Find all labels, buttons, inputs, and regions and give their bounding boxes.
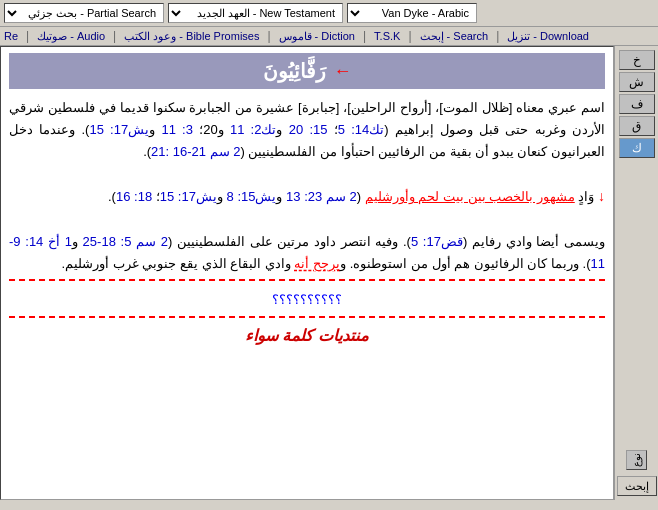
paragraph-2: ↓ وَادٍ مشهور بالخصب بين بيت لحم وأورشلي… <box>9 185 605 209</box>
nav-tsk[interactable]: T.S.K <box>374 30 400 42</box>
ref-2[interactable]: 15: 20 <box>289 122 328 137</box>
ref-7[interactable]: 2 سم 23: 13 <box>286 189 357 204</box>
paragraph-3: ويسمى أيضا وادي رفايم (قض17: 5). وفيه ان… <box>9 231 605 275</box>
ref-3[interactable]: تك2: 11 <box>230 122 277 137</box>
ref-11[interactable]: قض17: 5 <box>411 234 463 249</box>
translation-select[interactable]: Van Dyke - Arabic <box>347 3 477 23</box>
type-label: نوع <box>626 450 647 470</box>
main-wrapper: ← رَفَّائِيُونَ اسم عبري معناه [ظلال الم… <box>0 46 658 500</box>
testament-select[interactable]: New Testament - العهد الجديد <box>168 3 343 23</box>
ref-8[interactable]: يش15: 8 <box>227 189 277 204</box>
arrow-icon: ← <box>334 61 352 82</box>
dashed-divider-2 <box>9 316 605 318</box>
letter-btn-kaf[interactable]: ك <box>619 138 655 158</box>
search-bottom-btn[interactable]: إبحث <box>617 476 657 496</box>
nav-bible-promises[interactable]: Bible Promises - وعود الكتب <box>124 30 259 43</box>
body-text: اسم عبري معناه [ظلال الموت]، [أرواح الرا… <box>9 97 605 349</box>
nav-bar: Re | Audio - صوتيك | Bible Promises - وع… <box>0 27 658 46</box>
ref-10[interactable]: 18: 16 <box>116 189 152 204</box>
ref-12[interactable]: 2 سم 5: 18-25 <box>83 234 168 249</box>
ref-1[interactable]: تك14: 5 <box>338 122 385 137</box>
content-area[interactable]: ← رَفَّائِيُونَ اسم عبري معناه [ظلال الم… <box>0 46 614 500</box>
word-title: رَفَّائِيُونَ <box>263 59 326 83</box>
dashed-text-1: يرجح أنه <box>294 256 340 271</box>
right-panel: خ ش ف ق ك نوع إبحث <box>614 46 658 500</box>
toolbar: Partial Search - بحث جزئي New Testament … <box>0 0 658 27</box>
dashed-divider-1 <box>9 279 605 281</box>
letter-btn-shin[interactable]: ش <box>619 72 655 92</box>
ref-9[interactable]: يش17: 15 <box>160 189 217 204</box>
question-line: ؟؟؟؟؟؟؟؟؟؟ <box>9 289 605 311</box>
right-panel-bottom: نوع إبحث <box>617 370 657 496</box>
nav-download[interactable]: Download - تنزيل <box>507 30 589 43</box>
ref-5[interactable]: يش17: 15 <box>89 122 149 137</box>
bottom-section: ؟؟؟؟؟؟؟؟؟؟ منتديات كلمة سواء <box>9 289 605 348</box>
letter-btn-qaf[interactable]: ق <box>619 116 655 136</box>
nav-re[interactable]: Re <box>4 30 18 42</box>
paragraph-1: اسم عبري معناه [ظلال الموت]، [أرواح الرا… <box>9 97 605 163</box>
search-type-select[interactable]: Partial Search - بحث جزئي <box>4 3 164 23</box>
red-arrow-1: ↓ <box>598 188 605 204</box>
letter-btn-kha[interactable]: خ <box>619 50 655 70</box>
nav-audio[interactable]: Audio - صوتيك <box>37 30 105 43</box>
forum-link[interactable]: منتديات كلمة سواء <box>9 322 605 349</box>
ref-6[interactable]: 2 سم 21-16 :21 <box>151 144 240 159</box>
nav-dictionary[interactable]: Diction - قاموس <box>279 30 355 43</box>
nav-search[interactable]: Search - إبحث <box>420 30 489 43</box>
underlined-text-1: مشهور بالخصب بين بيت لحم وأورشليم <box>365 189 575 204</box>
word-header: ← رَفَّائِيُونَ <box>9 53 605 89</box>
letter-btn-fa[interactable]: ف <box>619 94 655 114</box>
ref-4[interactable]: 3: 11 <box>161 122 193 137</box>
